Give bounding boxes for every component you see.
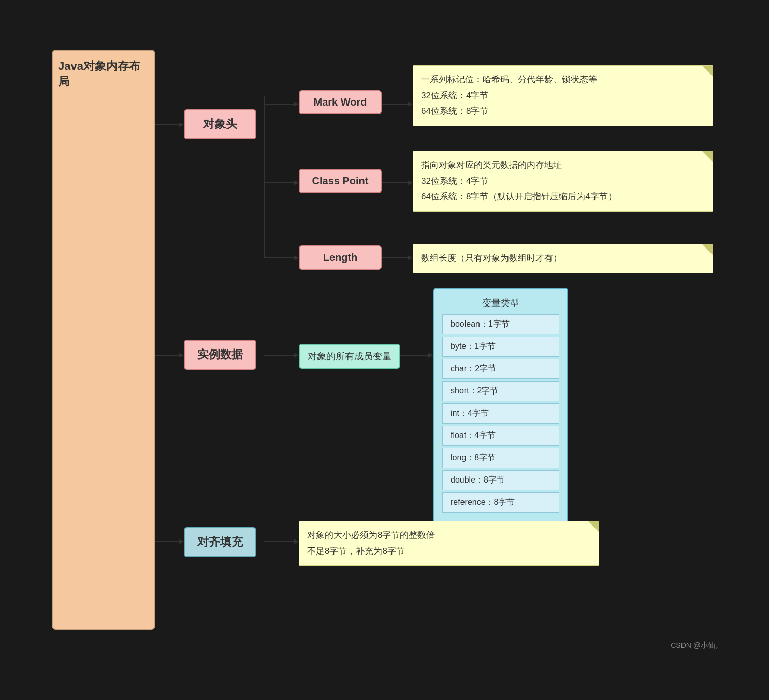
padding-note: 对象的大小必须为8字节的整数倍 不足8字节，补充为8字节 bbox=[299, 521, 599, 566]
data-type-row-4: int：4字节 bbox=[442, 403, 559, 424]
java-memory-box: Java对象内存布局 bbox=[52, 50, 155, 630]
data-type-row-2: char：2字节 bbox=[442, 359, 559, 379]
padding-box: 对齐填充 bbox=[184, 527, 256, 557]
instance-data-box: 实例数据 bbox=[184, 340, 256, 370]
java-memory-title: Java对象内存布局 bbox=[58, 59, 149, 90]
data-type-row-0: boolean：1字节 bbox=[442, 314, 559, 334]
diagram-container: Java对象内存布局 对象头 Mark Word 一系列标记位：哈希码、分代年龄… bbox=[26, 19, 743, 681]
full-layout: Java对象内存布局 对象头 Mark Word 一系列标记位：哈希码、分代年龄… bbox=[36, 34, 733, 655]
svg-marker-20 bbox=[294, 353, 299, 358]
watermark: CSDN @小仙。 bbox=[671, 641, 722, 650]
data-type-row-6: long：8字节 bbox=[442, 448, 559, 468]
data-type-box: 变量类型 boolean：1字节 byte：1字节 char：2字节 short… bbox=[433, 288, 568, 523]
svg-marker-9 bbox=[294, 255, 299, 260]
data-type-row-5: float：4字节 bbox=[442, 426, 559, 446]
data-type-row-1: byte：1字节 bbox=[442, 337, 559, 357]
data-type-row-3: short：2字节 bbox=[442, 381, 559, 401]
length-note: 数组长度（只有对象为数组时才有） bbox=[413, 244, 713, 273]
svg-marker-1 bbox=[179, 122, 184, 127]
mark-word-note: 一系列标记位：哈希码、分代年龄、锁状态等 32位系统：4字节 64位系统：8字节 bbox=[413, 65, 713, 126]
svg-marker-14 bbox=[408, 180, 413, 185]
svg-marker-5 bbox=[294, 101, 299, 107]
svg-marker-26 bbox=[294, 539, 299, 544]
svg-marker-12 bbox=[408, 101, 413, 107]
length-box: Length bbox=[299, 245, 382, 270]
class-point-note: 指向对象对应的类元数据的内存地址 32位系统：4字节 64位系统：8字节（默认开… bbox=[413, 151, 713, 212]
svg-marker-7 bbox=[294, 180, 299, 185]
object-head-box: 对象头 bbox=[184, 109, 256, 139]
data-type-row-7: double：8字节 bbox=[442, 470, 559, 490]
svg-marker-24 bbox=[179, 539, 184, 544]
svg-marker-18 bbox=[179, 353, 184, 358]
data-type-row-8: reference：8字节 bbox=[442, 492, 559, 513]
svg-marker-16 bbox=[408, 255, 413, 260]
class-point-box: Class Point bbox=[299, 169, 382, 193]
member-var-box: 对象的所有成员变量 bbox=[299, 344, 400, 369]
svg-marker-22 bbox=[428, 353, 433, 358]
mark-word-box: Mark Word bbox=[299, 90, 382, 114]
